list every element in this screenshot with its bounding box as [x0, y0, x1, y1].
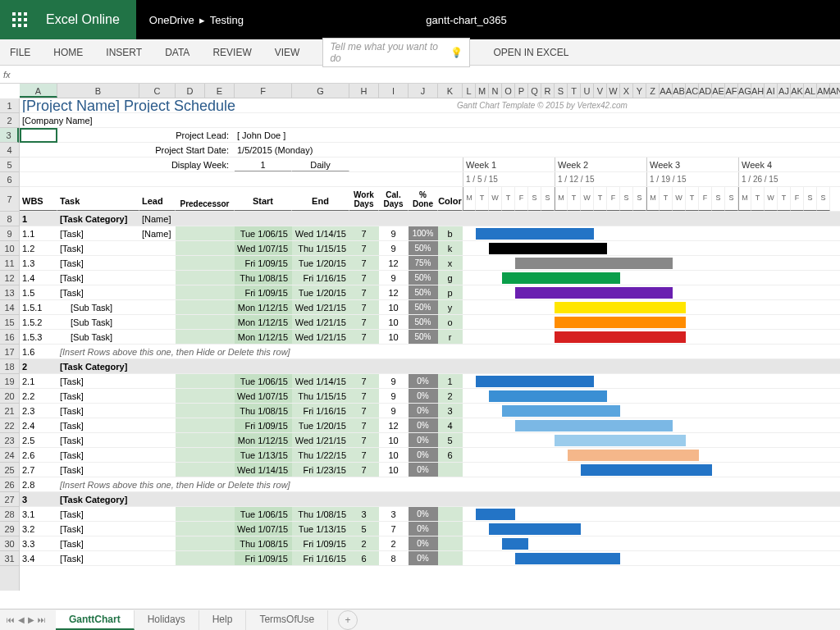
start-11[interactable]: Tue 1/06/15 — [235, 374, 292, 388]
col-header-T[interactable]: T — [568, 84, 581, 98]
end-7[interactable]: Wed 1/21/15 — [292, 315, 349, 329]
start-date-value[interactable]: 1/5/2015 (Monday) — [235, 143, 349, 157]
wbs-3[interactable]: 1.3 — [20, 256, 57, 270]
tab-view[interactable]: VIEW — [275, 47, 300, 58]
task-16[interactable]: [Task] — [57, 448, 139, 462]
wbs-14[interactable]: 2.4 — [20, 418, 57, 432]
pct-6[interactable]: 50% — [409, 300, 438, 314]
scroll-last-icon[interactable]: ⏭ — [38, 615, 46, 624]
week-label-3[interactable]: Week 4 — [738, 158, 830, 171]
end-12[interactable]: Thu 1/15/15 — [292, 389, 349, 403]
wbs-4[interactable]: 1.4 — [20, 271, 57, 285]
wbs-21[interactable]: 3.2 — [20, 522, 57, 536]
end-4[interactable]: Fri 1/16/15 — [292, 271, 349, 285]
header-start[interactable]: Start — [235, 187, 292, 211]
row-headers[interactable]: 1234567891011121314151617181920212223242… — [0, 98, 20, 591]
col-header-AH[interactable]: AH — [751, 84, 765, 98]
col-header-N[interactable]: N — [489, 84, 502, 98]
tab-file[interactable]: FILE — [10, 47, 30, 58]
sheet-tab-holidays[interactable]: Holidays — [135, 610, 199, 630]
start-16[interactable]: Tue 1/13/15 — [235, 448, 292, 462]
start-1[interactable]: Tue 1/06/15 — [235, 226, 292, 240]
col-header-H[interactable]: H — [349, 84, 379, 98]
row-header-23[interactable]: 23 — [0, 433, 19, 448]
end-23[interactable]: Fri 1/16/15 — [292, 551, 349, 565]
apps-launcher[interactable] — [0, 0, 39, 39]
week-date-1[interactable]: 1 / 12 / 15 — [555, 172, 646, 186]
wbs-0[interactable]: 1 — [20, 212, 57, 226]
col-header-S[interactable]: S — [555, 84, 568, 98]
project-lead-value[interactable]: [ John Doe ] — [235, 128, 349, 142]
week-date-0[interactable]: 1 / 5 / 15 — [463, 172, 555, 186]
pct-15[interactable]: 0% — [409, 433, 438, 447]
task-12[interactable]: [Task] — [57, 389, 139, 403]
end-5[interactable]: Tue 1/20/15 — [292, 285, 349, 299]
header-end[interactable]: End — [292, 187, 349, 211]
header-work[interactable]: Work Days — [349, 187, 379, 211]
cells-area[interactable]: [Project Name] Project ScheduleGantt Cha… — [20, 98, 840, 591]
col-header-AB[interactable]: AB — [673, 84, 686, 98]
tab-review[interactable]: REVIEW — [212, 47, 251, 58]
end-20[interactable]: Thu 1/08/15 — [292, 507, 349, 521]
col-header-Q[interactable]: Q — [528, 84, 541, 98]
row-header-29[interactable]: 29 — [0, 522, 19, 536]
row-header-11[interactable]: 11 — [0, 256, 19, 271]
scroll-next-icon[interactable]: ▶ — [28, 615, 34, 624]
row-header-3[interactable]: 3 — [0, 128, 19, 143]
display-mode[interactable]: Daily — [292, 158, 349, 171]
display-week-value[interactable]: 1 — [235, 158, 292, 171]
row-header-24[interactable]: 24 — [0, 448, 19, 463]
project-title[interactable]: [Project Name] Project Schedule — [20, 98, 454, 112]
start-20[interactable]: Tue 1/06/15 — [235, 507, 292, 521]
end-3[interactable]: Tue 1/20/15 — [292, 256, 349, 270]
row-header-8[interactable]: 8 — [0, 212, 19, 226]
task-2[interactable]: [Task] — [57, 241, 139, 255]
col-header-B[interactable]: B — [57, 84, 139, 98]
header-color[interactable]: Color — [438, 187, 463, 211]
col-header-G[interactable]: G — [292, 84, 349, 98]
col-header-I[interactable]: I — [379, 84, 409, 98]
tab-scroll-buttons[interactable]: ⏮◀▶⏭ — [7, 615, 56, 624]
wbs-12[interactable]: 2.2 — [20, 389, 57, 403]
start-7[interactable]: Mon 1/12/15 — [235, 315, 292, 329]
pct-23[interactable]: 0% — [409, 551, 438, 565]
col-header-C[interactable]: C — [139, 84, 176, 98]
start-22[interactable]: Thu 1/08/15 — [235, 536, 292, 550]
col-header-Y[interactable]: Y — [633, 84, 646, 98]
end-16[interactable]: Thu 1/22/15 — [292, 448, 349, 462]
pct-13[interactable]: 0% — [409, 404, 438, 418]
pct-2[interactable]: 50% — [409, 241, 438, 255]
header-lead[interactable]: Lead — [139, 187, 176, 211]
end-15[interactable]: Wed 1/21/15 — [292, 433, 349, 447]
col-header-W[interactable]: W — [607, 84, 620, 98]
wbs-23[interactable]: 3.4 — [20, 551, 57, 565]
pct-21[interactable]: 0% — [409, 522, 438, 536]
project-lead-label[interactable]: Project Lead: — [57, 128, 235, 142]
col-header-A[interactable]: A — [20, 84, 57, 98]
row-header-10[interactable]: 10 — [0, 241, 19, 256]
col-header-L[interactable]: L — [463, 84, 476, 98]
tell-me-search[interactable]: Tell me what you want to do💡 — [322, 38, 470, 67]
col-header-AC[interactable]: AC — [686, 84, 699, 98]
task-0[interactable]: [Task Category] — [57, 212, 139, 226]
pct-12[interactable]: 0% — [409, 389, 438, 403]
row-header-16[interactable]: 16 — [0, 330, 19, 345]
col-header-AA[interactable]: AA — [660, 84, 673, 98]
col-header-R[interactable]: R — [541, 84, 555, 98]
pct-3[interactable]: 75% — [409, 256, 438, 270]
spreadsheet[interactable]: ABCDEFGHIJKLMNOPQRSTUVWXYZAAABACADAEAFAG… — [0, 84, 840, 592]
task-7[interactable]: [Sub Task] — [57, 315, 139, 329]
col-header-X[interactable]: X — [620, 84, 633, 98]
pct-4[interactable]: 50% — [409, 271, 438, 285]
tab-data[interactable]: DATA — [165, 47, 189, 58]
start-5[interactable]: Fri 1/09/15 — [235, 285, 292, 299]
start-13[interactable]: Thu 1/08/15 — [235, 404, 292, 418]
pct-5[interactable]: 50% — [409, 285, 438, 299]
col-header-F[interactable]: F — [235, 84, 292, 98]
wbs-7[interactable]: 1.5.2 — [20, 315, 57, 329]
task-23[interactable]: [Task] — [57, 551, 139, 565]
col-header-P[interactable]: P — [515, 84, 528, 98]
col-header-J[interactable]: J — [409, 84, 438, 98]
formula-input[interactable] — [23, 67, 837, 82]
row-header-12[interactable]: 12 — [0, 271, 19, 285]
